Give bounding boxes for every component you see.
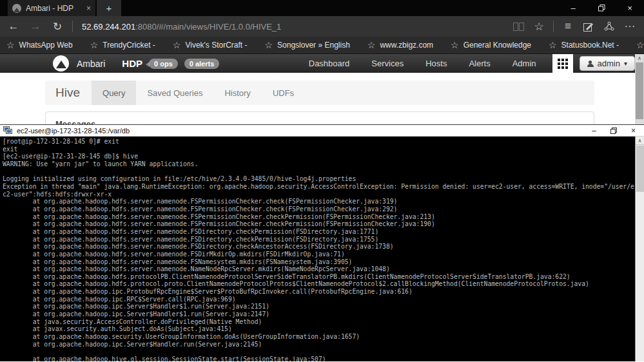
bookmark-star-icon: ☆: [173, 41, 181, 50]
nav-hosts[interactable]: Hosts: [415, 59, 458, 68]
tab-history[interactable]: History: [213, 81, 261, 105]
views-grid-button[interactable]: [552, 54, 573, 73]
bookmark-general-knowledge[interactable]: ☆General Knowledge: [451, 41, 531, 50]
bookmarks-bar: ☆WhatsApp Web ☆TrendyCricket - ☆Vivek's …: [0, 37, 644, 54]
browser-tab[interactable]: Ambari - HDP ×: [8, 0, 95, 16]
favorite-star-button[interactable]: ☆: [529, 20, 549, 33]
screen: Ambari - HDP × + – × ← → ↻ 52.69.244.201…: [0, 0, 644, 362]
back-button[interactable]: ←: [3, 20, 24, 33]
user-menu-button[interactable]: admin ▾: [580, 56, 635, 71]
alerts-badge[interactable]: 0 alerts: [184, 59, 220, 69]
nav-services[interactable]: Services: [360, 59, 415, 68]
ambari-brand: Ambari: [77, 59, 105, 69]
user-label: admin: [598, 59, 620, 68]
ops-badge[interactable]: 0 ops: [149, 59, 178, 69]
bookmark-whatsapp-web[interactable]: ☆WhatsApp Web: [6, 41, 73, 50]
nav-dashboard[interactable]: Dashboard: [298, 59, 361, 68]
grid-icon: [558, 59, 568, 69]
page-scrollbar-thumb[interactable]: [636, 62, 643, 119]
bookmark-star-icon: ☆: [367, 41, 376, 50]
tab-close-icon[interactable]: ×: [86, 5, 91, 12]
more-button[interactable]: ···: [620, 20, 640, 33]
url-host: 52.69.244.201: [82, 22, 135, 32]
bookmark-trendycricket[interactable]: ☆TrendyCricket -: [90, 41, 155, 50]
forward-button[interactable]: →: [24, 20, 46, 33]
browser-titlebar: Ambari - HDP × + – ×: [0, 0, 644, 16]
page-scrollbar[interactable]: ∧: [635, 54, 644, 125]
window-restore-button[interactable]: [587, 0, 616, 16]
scroll-up-icon[interactable]: ∧: [635, 54, 644, 62]
terminal-restore-button[interactable]: [610, 128, 617, 134]
bookmark-label: Songslover » English: [277, 41, 350, 50]
ambari-favicon-icon: [12, 4, 21, 13]
ambari-nav: Dashboard Services Hosts Alerts Admin ad…: [298, 54, 644, 73]
share-button[interactable]: [599, 21, 620, 32]
window-close-button[interactable]: ×: [616, 0, 644, 16]
web-note-button[interactable]: [578, 22, 599, 32]
bookmark-statusbook[interactable]: ☆Statusbook.Net -: [549, 41, 619, 50]
terminal-window: ec2-user@ip-172-31-28-145:/var/db – × [r…: [0, 124, 644, 362]
bookmark-star-icon: ☆: [451, 41, 459, 50]
navbar-actions: ☆ ≡ ···: [508, 20, 644, 33]
navbar-divider: [72, 21, 73, 32]
ambari-logo-icon: [53, 55, 69, 71]
bookmark-label: TrendyCricket -: [102, 41, 155, 50]
bookmark-songslover[interactable]: ☆Songslover » English: [265, 41, 350, 50]
address-bar[interactable]: 52.69.244.201:8080/#/main/views/HIVE/1.0…: [82, 22, 281, 32]
bookmark-viveks-storcraft[interactable]: ☆Vivek's StorCraft -: [173, 41, 248, 50]
terminal-body[interactable]: [root@ip-172-31-28-145 0]# exit exit [ec…: [0, 137, 644, 361]
terminal-scroll-up-icon[interactable]: ∧: [636, 137, 644, 145]
tab-udfs[interactable]: UDFs: [262, 81, 305, 105]
bookmark-label: Statusbook.Net -: [561, 41, 619, 50]
bookmark-label: General Knowledge: [463, 41, 531, 50]
terminal-minimize-button[interactable]: –: [592, 127, 596, 135]
url-path: :8080/#/main/views/HIVE/1.0.0/HIVE_1: [135, 22, 281, 32]
cluster-name[interactable]: HDP: [122, 58, 142, 69]
tab-query[interactable]: Query: [92, 81, 136, 105]
bookmark-label: WhatsApp Web: [19, 41, 73, 50]
window-controls: – ×: [559, 0, 644, 16]
refresh-button[interactable]: ↻: [46, 20, 68, 33]
hub-button[interactable]: ≡: [558, 20, 578, 33]
bookmark-star-icon: ☆: [6, 41, 15, 50]
terminal-titlebar[interactable]: ec2-user@ip-172-31-28-145:/var/db – ×: [0, 124, 644, 137]
bookmark-funny-status[interactable]: ☆Funny Status: [636, 41, 644, 50]
ambari-header: Ambari HDP 0 ops 0 alerts Dashboard Serv…: [0, 54, 644, 73]
user-icon: [587, 61, 594, 67]
new-tab-button[interactable]: +: [97, 0, 121, 16]
bookmark-label: Vivek's StorCraft -: [185, 41, 247, 50]
browser-navbar: ← → ↻ 52.69.244.201:8080/#/main/views/HI…: [0, 16, 644, 37]
hive-tabs-bar: Hive Query Saved Queries History UDFs: [45, 81, 594, 105]
bookmark-star-icon: ☆: [636, 41, 644, 50]
terminal-output: [root@ip-172-31-28-145 0]# exit exit [ec…: [0, 137, 644, 361]
bookmark-star-icon: ☆: [90, 41, 99, 50]
nav-admin[interactable]: Admin: [502, 59, 547, 68]
terminal-close-button[interactable]: ×: [631, 127, 636, 135]
terminal-title: ec2-user@ip-172-31-28-145:/var/db: [17, 127, 588, 135]
bookmark-label: www.zbigz.com: [380, 41, 433, 50]
bookmark-star-icon: ☆: [549, 41, 557, 50]
tab-title: Ambari - HDP: [26, 4, 82, 13]
bookmark-zbigz[interactable]: ☆www.zbigz.com: [367, 41, 433, 50]
nav-alerts[interactable]: Alerts: [458, 59, 501, 68]
terminal-window-controls: – ×: [592, 127, 641, 135]
terminal-scrollbar[interactable]: ∧: [635, 137, 644, 361]
tab-saved-queries[interactable]: Saved Queries: [136, 81, 213, 105]
navbar-divider-2: [553, 21, 554, 32]
reading-view-icon[interactable]: [508, 23, 529, 31]
bookmark-star-icon: ☆: [265, 41, 273, 50]
terminal-scrollbar-thumb[interactable]: [636, 146, 644, 192]
hive-view-title: Hive: [45, 81, 92, 105]
window-minimize-button[interactable]: –: [559, 0, 587, 16]
putty-icon: [3, 126, 13, 135]
chevron-down-icon: ▾: [624, 60, 627, 67]
